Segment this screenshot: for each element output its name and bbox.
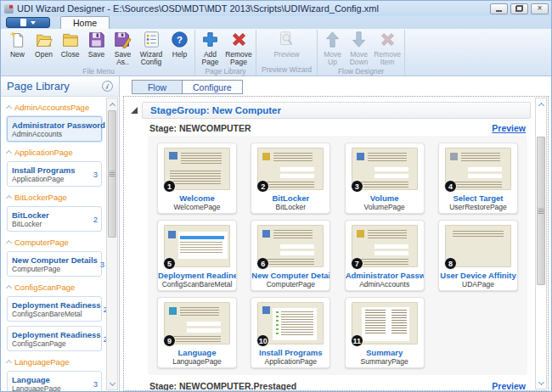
library-item-subtitle: ComputerPage	[12, 265, 98, 273]
collapse-icon	[6, 240, 12, 246]
scroll-up-icon[interactable]	[107, 98, 117, 109]
new-button[interactable]: New	[4, 30, 31, 59]
window-title: UDI Wizard Designer - E:\Sources\OSD\MDT…	[17, 3, 379, 14]
remove-item-button[interactable]: Remove Item	[372, 30, 403, 67]
button-label: Close	[61, 51, 80, 59]
info-icon[interactable]: i	[101, 80, 115, 93]
library-item[interactable]: Deployment ReadinessConfigScanPage 2	[7, 326, 102, 351]
restore-button[interactable]	[510, 3, 528, 14]
page-library-list: AdminAccountsPage Administrator Password…	[1, 97, 119, 391]
close-button[interactable]: ×	[531, 3, 549, 14]
x-icon	[379, 31, 397, 51]
open-button[interactable]: Open	[31, 30, 57, 59]
library-item[interactable]: BitLockerBitLocker 2	[7, 206, 102, 232]
library-item-title: Administrator Password	[12, 120, 105, 130]
preview-link[interactable]: Preview	[492, 123, 526, 133]
page-card-volume[interactable]: 3 Volume VolumePage	[345, 143, 425, 214]
page-card-title: Volume	[346, 193, 424, 203]
tab-configure[interactable]: Configure	[182, 80, 243, 94]
help-icon: ?	[171, 31, 189, 51]
page-card-subtitle: BitLocker	[251, 203, 330, 211]
magnifier-icon	[278, 31, 296, 51]
scroll-down-icon[interactable]	[107, 378, 117, 389]
library-item-count: 2	[91, 215, 98, 224]
page-card-subtitle: ComputerPage	[251, 280, 330, 288]
page-card-language[interactable]: 9 Language LanguagePage	[157, 297, 237, 368]
stage-group-header[interactable]: StageGroup: New Computer	[142, 102, 531, 119]
plus-icon	[201, 31, 219, 51]
page-card-select-target[interactable]: 4 Select Target UserRestorePage	[438, 143, 518, 214]
minimize-icon	[496, 10, 502, 12]
close-file-button[interactable]: Close	[57, 30, 83, 59]
scroll-up-icon[interactable]	[536, 98, 546, 109]
stage-header: Stage: NEWCOMPUTER Preview	[149, 123, 526, 133]
page-card-administrator-password[interactable]: 7 Administrator Passw... AdminAccounts	[345, 220, 425, 291]
page-card-title: User Device Affinity	[439, 271, 517, 280]
button-label: Preview	[273, 51, 299, 59]
move-up-button[interactable]: Move Up	[319, 30, 346, 67]
preview-link[interactable]: Preview	[492, 381, 526, 391]
library-item-count: 3	[91, 170, 98, 179]
page-library-title: Page Library	[7, 80, 70, 92]
library-item[interactable]: Administrator PasswordAdminAccounts 3	[7, 116, 102, 142]
move-down-button[interactable]: Move Down	[346, 30, 372, 67]
flow-designer-area: Flow Configure StageGroup: New Computer …	[120, 76, 551, 391]
app-icon	[4, 4, 14, 14]
page-number-badge: 3	[351, 180, 363, 193]
library-group-computerpage[interactable]: ComputerPage	[7, 236, 102, 249]
page-card-subtitle: ApplicationPage	[251, 357, 330, 366]
page-number-badge: 4	[444, 180, 457, 193]
expander-icon[interactable]	[131, 107, 138, 114]
app-menu-button[interactable]	[6, 17, 50, 28]
library-item[interactable]: Deployment ReadinessConfigScanBareMetal …	[7, 296, 102, 322]
page-card-install-programs[interactable]: 10 Install Programs ApplicationPage	[251, 297, 330, 368]
page-card-summary[interactable]: 11 Summary SummaryPage	[345, 297, 425, 368]
page-card-welcome[interactable]: 1 Welcome WelcomePage	[157, 143, 237, 214]
page-card-bitlocker[interactable]: 2 BitLocker BitLocker	[251, 143, 330, 214]
page-card-title: Welcome	[158, 193, 236, 203]
library-group-applicationpage[interactable]: ApplicationPage	[7, 146, 102, 159]
page-card-new-computer-details[interactable]: 6 New Computer Details ComputerPage	[251, 220, 330, 291]
add-page-button[interactable]: Add Page	[197, 30, 223, 67]
library-item-title: Deployment Readiness	[12, 330, 101, 339]
page-card-title: Language	[158, 348, 236, 357]
open-folder-icon	[35, 31, 53, 51]
ribbon-group-file-menu: New Open Close Save Save As..	[3, 30, 195, 76]
save-button[interactable]: Save	[83, 30, 110, 59]
help-button[interactable]: ? Help	[166, 30, 193, 59]
ribbon-group-label: Preview Wizard	[258, 65, 315, 76]
library-group-label: BitLockerPage	[14, 193, 67, 202]
page-card-subtitle: LanguagePage	[158, 357, 236, 366]
library-item-subtitle: LanguagePage	[12, 384, 61, 392]
page-card-subtitle: UDAPage	[439, 280, 517, 288]
ribbon-group-flow-designer: Move Up Move Down Remove Item Flow Desig…	[318, 30, 405, 76]
minimize-button[interactable]	[490, 3, 508, 14]
library-item[interactable]: Install ProgramsApplicationPage 3	[7, 161, 102, 187]
tab-home[interactable]: Home	[60, 16, 110, 29]
preview-button[interactable]: Preview	[272, 30, 302, 59]
library-group-languagepage[interactable]: LanguagePage	[7, 356, 102, 368]
flow-scrollbar[interactable]	[535, 98, 547, 389]
remove-page-button[interactable]: Remove Page	[223, 30, 254, 67]
library-group-adminaccountspage[interactable]: AdminAccountsPage	[7, 101, 102, 114]
library-item[interactable]: LanguageLanguagePage 3	[7, 371, 102, 391]
save-as-button[interactable]: Save As..	[110, 30, 136, 67]
library-scrollbar[interactable]	[106, 98, 118, 390]
page-card-deployment-readiness[interactable]: 5 Deployment Readiness ConfigScanBareMet…	[157, 220, 237, 291]
button-label: New	[10, 51, 25, 59]
wizard-config-button[interactable]: Wizard Config	[136, 30, 166, 67]
page-card-user-device-affinity[interactable]: 8 User Device Affinity UDAPage	[438, 220, 518, 291]
library-group-configscanpage[interactable]: ConfigScanPage	[7, 281, 102, 294]
page-card-title: Administrator Passw...	[346, 271, 424, 280]
library-group-bitlockerpage[interactable]: BitLockerPage	[7, 191, 102, 204]
scrollbar-thumb[interactable]	[537, 137, 545, 285]
button-label: Add Page	[197, 51, 223, 67]
library-item[interactable]: New Computer DetailsComputerPage 3	[7, 251, 102, 277]
wizard-config-icon	[143, 31, 161, 51]
scrollbar-thumb[interactable]	[108, 110, 116, 238]
library-item-subtitle: ConfigScanPage	[12, 339, 101, 348]
restore-icon	[515, 5, 523, 12]
scroll-down-icon[interactable]	[536, 378, 546, 389]
tab-flow[interactable]: Flow	[132, 80, 183, 94]
page-number-badge: 7	[351, 257, 363, 270]
